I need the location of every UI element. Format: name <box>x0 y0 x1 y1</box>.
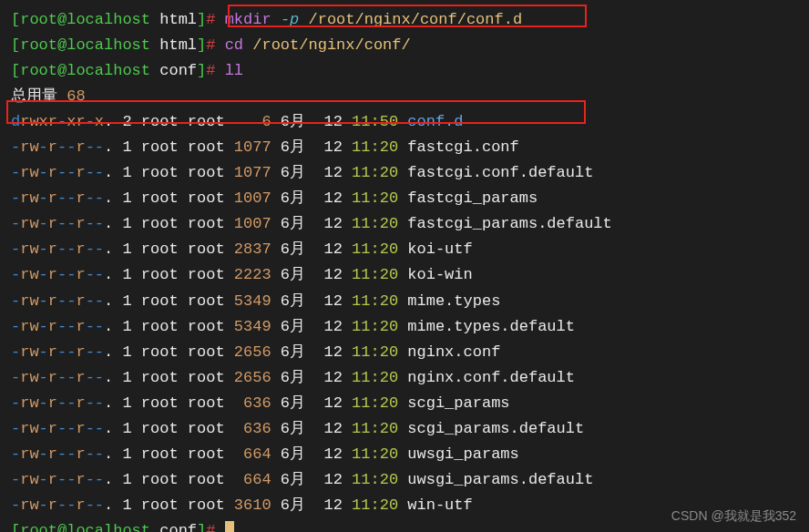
perm-type: d <box>11 113 20 130</box>
list-item: drwxr-xr-x. 2 root root 6 6月 12 11:50 co… <box>11 109 798 135</box>
file-name: fastcgi_params.default <box>407 215 611 232</box>
file-name: uwsgi_params.default <box>407 471 593 488</box>
file-name: win-utf <box>407 496 472 514</box>
list-item: -rw-r--r--. 1 root root 1007 6月 12 11:20… <box>11 186 798 211</box>
total-line: 总用量 68 <box>11 84 798 109</box>
list-item: -rw-r--r--. 1 root root 2837 6月 12 11:20… <box>11 237 798 262</box>
file-listing: drwxr-xr-x. 2 root root 6 6月 12 11:50 co… <box>11 109 798 518</box>
list-item: -rw-r--r--. 1 root root 1077 6月 12 11:20… <box>11 160 798 186</box>
file-name: fastcgi.conf.default <box>407 164 593 181</box>
list-item: -rw-r--r--. 1 root root 636 6月 12 11:20 … <box>11 416 798 442</box>
list-item: -rw-r--r--. 1 root root 2656 6月 12 11:20… <box>11 340 798 365</box>
file-name: nginx.conf <box>407 343 500 361</box>
cmd-line-mkdir: [root@localhost html]# mkdir -p /root/ng… <box>11 7 798 33</box>
dir-name: conf.d <box>407 113 463 130</box>
cursor-icon <box>225 521 234 532</box>
terminal-output[interactable]: [root@localhost html]# mkdir -p /root/ng… <box>11 7 798 532</box>
file-name: fastcgi_params <box>407 189 538 207</box>
file-name: scgi_params.default <box>407 420 584 437</box>
file-name: uwsgi_params <box>407 445 518 463</box>
file-name: scgi_params <box>407 394 509 412</box>
list-item: -rw-r--r--. 1 root root 5349 6月 12 11:20… <box>11 289 798 314</box>
file-name: koi-win <box>407 266 472 283</box>
file-name: koi-utf <box>407 240 472 258</box>
list-item: -rw-r--r--. 1 root root 664 6月 12 11:20 … <box>11 442 798 467</box>
file-name: nginx.conf.default <box>407 369 575 386</box>
list-item: -rw-r--r--. 1 root root 1077 6月 12 11:20… <box>11 135 798 160</box>
list-item: -rw-r--r--. 1 root root 664 6月 12 11:20 … <box>11 467 798 493</box>
file-name: fastcgi.conf <box>407 138 518 156</box>
watermark-text: CSDN @我就是我352 <box>671 506 796 527</box>
cmd-line-cd: [root@localhost html]# cd /root/nginx/co… <box>11 33 798 58</box>
list-item: -rw-r--r--. 1 root root 2223 6月 12 11:20… <box>11 262 798 288</box>
file-name: mime.types <box>407 292 500 310</box>
list-item: -rw-r--r--. 1 root root 1007 6月 12 11:20… <box>11 211 798 237</box>
cmd-line-ll: [root@localhost conf]# ll <box>11 58 798 84</box>
list-item: -rw-r--r--. 1 root root 2656 6月 12 11:20… <box>11 365 798 391</box>
file-name: mime.types.default <box>407 318 575 335</box>
list-item: -rw-r--r--. 1 root root 636 6月 12 11:20 … <box>11 391 798 416</box>
list-item: -rw-r--r--. 1 root root 5349 6月 12 11:20… <box>11 314 798 340</box>
